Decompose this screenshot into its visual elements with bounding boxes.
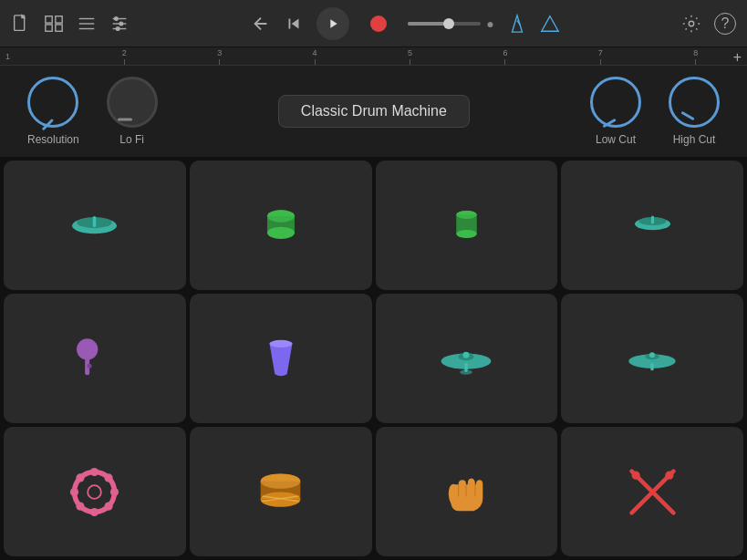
pad-cowbell[interactable] [190,294,372,423]
pad-snare[interactable] [190,161,372,290]
svg-point-52 [88,485,102,499]
svg-point-11 [119,22,123,26]
svg-point-51 [77,502,85,510]
svg-point-25 [456,230,477,238]
list-view-icon[interactable] [77,14,97,34]
ruler: 1 2345678 + [0,47,747,66]
pad-kick[interactable] [4,161,186,290]
record-dot [370,16,387,32]
record-button[interactable] [362,7,395,40]
controls-right: Low Cut High Cut [590,77,720,146]
lowcut-knob-group: Low Cut [590,77,641,146]
lowcut-knob[interactable] [590,77,641,128]
svg-point-66 [665,471,673,479]
svg-point-32 [88,364,92,368]
metronome-icon[interactable] [507,14,527,34]
volume-icon: ● [486,16,493,31]
svg-rect-18 [93,216,97,227]
controls-row: Resolution Lo Fi Classic Drum Machine Lo… [0,66,747,157]
svg-point-21 [267,227,295,239]
svg-rect-1 [46,16,52,22]
svg-point-38 [461,369,473,374]
svg-point-49 [105,502,113,510]
pad-crash[interactable] [561,294,743,423]
settings-icon[interactable] [681,14,701,34]
back-button[interactable] [251,14,271,34]
pad-icon-kick [67,198,122,253]
svg-point-65 [631,471,639,479]
controls-left: Resolution Lo Fi [27,77,158,146]
pad-tambourine[interactable] [4,427,186,556]
pad-icon-cowbell [254,331,308,386]
resolution-knob[interactable] [27,77,78,128]
lowcut-label: Low Cut [596,133,636,146]
pad-hihat_open[interactable] [376,161,558,290]
svg-point-9 [115,16,119,20]
pad-shaker[interactable] [4,294,186,423]
svg-point-36 [463,351,470,358]
pads-grid [0,157,747,560]
pad-icon-cymbal1 [625,198,680,253]
volume-thumb [443,18,454,29]
svg-point-50 [77,473,85,482]
help-icon[interactable]: ? [714,13,736,35]
svg-point-45 [110,487,119,495]
skip-back-button[interactable] [284,14,304,34]
highcut-label: High Cut [673,133,716,146]
svg-point-26 [456,211,477,219]
pad-sticks[interactable] [561,427,743,556]
svg-point-41 [649,352,655,358]
toolbar: ● ? [0,0,747,47]
play-button[interactable] [316,7,349,40]
svg-rect-3 [46,24,52,30]
svg-point-22 [267,210,295,222]
svg-point-44 [90,467,99,475]
document-icon[interactable] [11,14,31,34]
pad-icon-sticks [625,464,680,519]
triangle-icon[interactable] [540,14,560,34]
pad-icon-tambourine [67,464,122,519]
ruler-content: 2345678 [4,48,743,65]
svg-point-33 [269,339,292,347]
pad-icon-drum2 [254,464,308,519]
pad-icon-crash [625,331,680,386]
pad-hihat_closed2[interactable] [376,294,558,423]
volume-track [408,22,481,26]
pad-icon-shaker [67,331,122,386]
svg-point-46 [90,507,99,515]
pad-drum2[interactable] [190,427,372,556]
svg-point-30 [77,338,98,359]
pad-icon-snare [254,198,308,253]
svg-point-56 [261,473,301,488]
svg-point-13 [116,26,119,30]
toolbar-center: ● [251,7,559,40]
pad-icon-clap [439,464,493,519]
svg-rect-42 [650,362,653,370]
svg-point-48 [105,473,113,482]
toolbar-left [11,14,130,34]
preset-name[interactable]: Classic Drum Machine [278,95,470,128]
lofi-knob-group: Lo Fi [107,77,158,146]
pad-icon-hihat_open [439,198,493,253]
highcut-knob[interactable] [669,77,720,128]
highcut-knob-group: High Cut [669,77,720,146]
svg-rect-2 [56,16,62,22]
lofi-label: Lo Fi [119,133,144,146]
lofi-knob[interactable] [107,77,158,128]
resolution-label: Resolution [27,133,79,146]
volume-control[interactable]: ● [408,16,493,31]
mixer-icon[interactable] [109,14,130,34]
ruler-add-button[interactable]: + [733,49,742,66]
svg-point-15 [689,21,694,26]
svg-point-47 [70,487,78,495]
pad-clap[interactable] [376,427,558,556]
resolution-knob-group: Resolution [27,77,79,146]
ruler-label: 1 [5,52,10,61]
toolbar-right: ? [681,13,736,35]
layout-toggle-icon[interactable] [44,14,64,34]
svg-rect-4 [56,24,62,30]
svg-rect-29 [651,216,654,224]
pad-cymbal1[interactable] [561,161,743,290]
pad-icon-hihat_closed2 [439,331,493,386]
controls-center: Classic Drum Machine [278,95,470,128]
